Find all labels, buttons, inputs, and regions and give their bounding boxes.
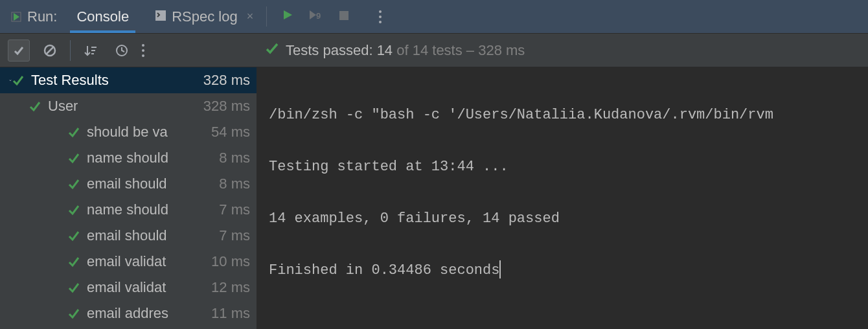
divider	[70, 40, 71, 61]
chevron-down-icon[interactable]	[0, 102, 29, 111]
svg-rect-6	[339, 11, 348, 20]
test-summary: Tests passed: 14 of 14 tests – 328 ms	[257, 41, 525, 60]
terminal-icon	[155, 8, 166, 25]
tree-root-label: Test Results	[31, 72, 203, 89]
history-icon[interactable]	[111, 40, 133, 62]
tree-test-label: email validat	[87, 253, 211, 270]
check-icon	[12, 74, 25, 87]
console-line: 14 examples, 0 failures, 14 passed	[269, 206, 856, 232]
tab-rspec-log-label: RSpec log	[172, 8, 238, 25]
tree-test-row[interactable]: should be va54 ms	[0, 119, 257, 145]
chevron-down-icon[interactable]	[0, 76, 12, 85]
tree-test-time: 7 ms	[219, 201, 250, 218]
check-icon	[67, 126, 80, 139]
top-tabs: Run: Console RSpec log × 9	[0, 0, 868, 34]
tab-rspec-log[interactable]: RSpec log ×	[142, 0, 266, 33]
tree-test-row[interactable]: email addres11 ms	[0, 301, 257, 326]
tree-test-label: should be va	[87, 124, 211, 141]
tree-root-row[interactable]: Test Results 328 ms	[0, 67, 257, 93]
close-icon[interactable]: ×	[247, 10, 254, 23]
tree-test-time: 10 ms	[211, 253, 250, 270]
svg-line-8	[46, 47, 54, 54]
console-line: /bin/zsh -c "bash -c '/Users/Nataliia.Ku…	[269, 102, 856, 128]
tree-test-time: 7 ms	[219, 227, 250, 244]
tree-group-label: User	[48, 98, 203, 115]
check-icon	[67, 229, 80, 242]
tree-test-time: 11 ms	[211, 305, 250, 322]
run-label-text: Run:	[27, 8, 57, 25]
tree-test-label: name should	[87, 201, 219, 218]
console-output[interactable]: /bin/zsh -c "bash -c '/Users/Nataliia.Ku…	[257, 67, 868, 329]
check-icon	[67, 307, 80, 320]
run-controls: 9	[267, 0, 396, 33]
secondary-toolbar: Tests passed: 14 of 14 tests – 328 ms	[0, 34, 868, 67]
tree-test-row[interactable]: email validat10 ms	[0, 249, 257, 275]
tree-group-time: 328 ms	[203, 98, 250, 115]
test-filter-tools	[0, 34, 257, 67]
check-icon	[67, 203, 80, 216]
tree-test-row[interactable]: name should8 ms	[0, 145, 257, 171]
console-line: Finished in 0.34486 seconds	[269, 262, 499, 278]
tree-test-label: email validat	[87, 279, 211, 296]
tree-test-label: email should	[87, 176, 219, 192]
sort-icon[interactable]	[80, 40, 102, 62]
stop-icon[interactable]	[338, 8, 350, 25]
show-ignored-toggle[interactable]	[39, 40, 61, 62]
check-icon	[265, 41, 279, 60]
more-actions-icon[interactable]	[379, 10, 382, 23]
test-tree[interactable]: Test Results 328 ms User 328 ms should b…	[0, 67, 257, 329]
svg-rect-2	[155, 10, 166, 21]
tree-test-row[interactable]: email validat12 ms	[0, 275, 257, 301]
svg-marker-0	[14, 13, 19, 21]
text-caret	[499, 260, 501, 278]
svg-marker-3	[284, 10, 292, 19]
tree-root-time: 328 ms	[203, 72, 250, 89]
tree-test-time: 8 ms	[219, 150, 250, 166]
summary-prefix: Tests passed: 14	[286, 42, 393, 58]
tree-test-time: 12 ms	[211, 279, 250, 296]
check-icon	[67, 152, 80, 164]
svg-marker-4	[310, 10, 316, 19]
body-area: Test Results 328 ms User 328 ms should b…	[0, 67, 868, 329]
tree-test-label: name should	[87, 150, 219, 166]
tree-group-row[interactable]: User 328 ms	[0, 93, 257, 119]
check-icon	[67, 177, 80, 190]
check-icon	[67, 255, 80, 268]
console-line: Testing started at 13:44 ...	[269, 154, 856, 180]
tree-test-row[interactable]: email should 7 ms	[0, 223, 257, 249]
summary-suffix: of 14 tests – 328 ms	[393, 42, 525, 58]
run-config-label: Run:	[0, 0, 63, 33]
svg-text:9: 9	[316, 11, 321, 21]
show-passed-toggle[interactable]	[8, 40, 30, 62]
check-icon	[29, 100, 41, 113]
tab-console-label: Console	[76, 8, 129, 25]
tree-test-time: 54 ms	[211, 124, 250, 141]
tab-console[interactable]: Console	[63, 0, 142, 33]
tree-test-time: 8 ms	[219, 176, 250, 192]
tree-test-label: email addres	[87, 305, 211, 322]
check-icon	[67, 281, 80, 294]
tree-test-label: email should	[87, 227, 219, 244]
run-window-icon	[10, 10, 23, 23]
rerun-icon[interactable]	[281, 8, 294, 25]
tree-test-row[interactable]: name should7 ms	[0, 197, 257, 223]
tree-test-row[interactable]: email should8 ms	[0, 171, 257, 197]
debug-rerun-icon[interactable]: 9	[308, 8, 324, 25]
more-test-options-icon[interactable]	[142, 44, 144, 57]
